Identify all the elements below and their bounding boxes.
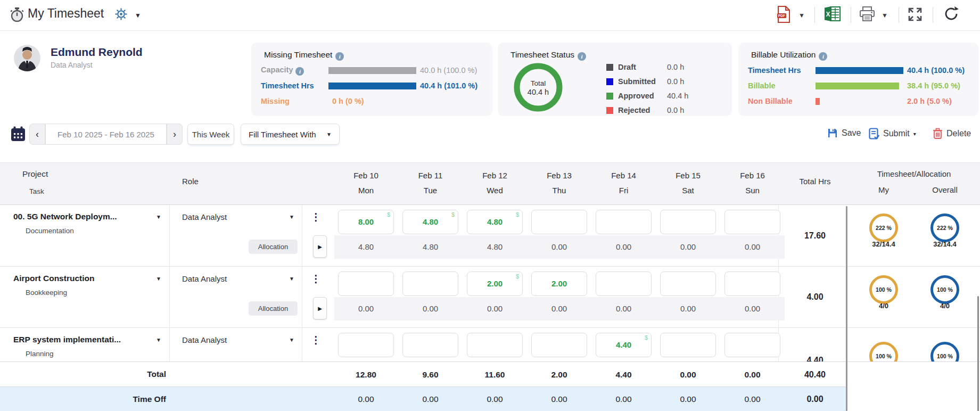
allocation-value: 0.00 xyxy=(720,304,785,313)
column-divider xyxy=(169,267,170,327)
hours-input[interactable]: 4.80$ xyxy=(402,210,458,234)
billable-utilization-panel: Billable Utilizationi Timesheet Hrs40.4 … xyxy=(738,43,978,116)
project-select-caret-icon[interactable]: ▼ xyxy=(156,214,161,220)
missing-label-text: Timesheet Hrs xyxy=(261,81,314,90)
hours-input[interactable] xyxy=(467,333,523,357)
role-select-caret-icon[interactable]: ▼ xyxy=(289,276,294,282)
footer-day-value: 2.00 xyxy=(527,370,591,380)
hours-input[interactable]: 8.00$ xyxy=(338,210,394,234)
hours-input[interactable] xyxy=(724,210,780,234)
hours-input[interactable] xyxy=(531,210,587,234)
role-select-caret-icon[interactable]: ▼ xyxy=(289,337,294,343)
col-my: My xyxy=(852,185,916,194)
role-select[interactable]: Data Analyst xyxy=(182,212,227,221)
row-menu-kebab-icon[interactable]: ⋮ xyxy=(311,212,321,222)
title-dropdown-caret-icon[interactable]: ▼ xyxy=(135,12,141,19)
hours-input[interactable]: 2.00$ xyxy=(467,272,523,296)
status-legend-item: Draft0.0 h xyxy=(606,63,684,71)
allocation-expander-button[interactable]: ▶ xyxy=(313,235,327,258)
day-date: Feb 11 xyxy=(398,171,463,180)
hours-input[interactable] xyxy=(724,272,780,296)
avatar xyxy=(14,45,40,73)
hours-input[interactable] xyxy=(724,333,780,357)
overall-utilization-ring: 100 % xyxy=(930,275,959,304)
export-excel-icon[interactable]: X xyxy=(824,6,841,24)
legend-swatch xyxy=(606,64,613,71)
column-divider xyxy=(302,205,302,266)
status-donut-chart: Total40.4 h xyxy=(510,60,566,117)
hours-input[interactable] xyxy=(660,333,716,357)
day-header-mon: Feb 10Mon xyxy=(334,163,398,206)
hours-input[interactable] xyxy=(338,272,394,296)
hours-input[interactable] xyxy=(660,210,716,234)
my-utilization-ring: 100 % xyxy=(869,342,898,361)
hours-value: 4.40 xyxy=(596,340,651,349)
hours-input[interactable] xyxy=(596,272,652,296)
missing-row: Capacityi40.0 h (100.0 %) xyxy=(261,66,477,75)
submit-button[interactable]: Submit ▾ xyxy=(869,128,916,139)
delete-button[interactable]: Delete xyxy=(933,128,971,139)
pdf-dropdown-caret-icon[interactable]: ▼ xyxy=(798,12,805,19)
prev-week-button[interactable]: ‹ xyxy=(29,124,45,145)
hours-input[interactable]: 4.80$ xyxy=(467,210,523,234)
role-select[interactable]: Data Analyst xyxy=(182,274,227,283)
settings-gear-icon[interactable] xyxy=(114,7,128,23)
svg-text:40.4 h: 40.4 h xyxy=(528,88,549,96)
missing-row: Missing0 h (0 %) xyxy=(261,97,364,105)
refresh-icon[interactable] xyxy=(943,6,959,24)
info-icon[interactable]: i xyxy=(819,52,827,61)
save-button[interactable]: Save xyxy=(827,128,861,138)
fill-timesheet-dropdown[interactable]: Fill Timesheet With ▼ xyxy=(241,124,340,145)
hours-input[interactable]: 4.40$ xyxy=(596,333,652,357)
hours-input[interactable] xyxy=(338,333,394,357)
table-header: Project Task Role Feb 10MonFeb 11TueFeb … xyxy=(0,162,980,205)
overall-utilization-fraction: 32/14.4 xyxy=(921,240,969,248)
table-vertical-scrollbar[interactable] xyxy=(846,206,847,411)
submit-dropdown-caret-icon: ▾ xyxy=(913,131,916,137)
row-menu-kebab-icon[interactable]: ⋮ xyxy=(311,335,321,345)
page-vertical-scrollbar[interactable] xyxy=(977,296,979,411)
footer-day-value: 0.00 xyxy=(591,394,656,404)
billable-row: Billable38.4 h (95.0 %) xyxy=(748,81,960,90)
date-range-field[interactable]: Feb 10 2025 - Feb 16 2025 xyxy=(45,124,167,145)
legend-label: Draft xyxy=(618,63,667,71)
allocation-expander-button[interactable]: ▶ xyxy=(313,297,327,319)
my-utilization-ring: 222 % xyxy=(869,213,898,242)
print-dropdown-caret-icon[interactable]: ▼ xyxy=(882,12,888,19)
allocation-value: 0.00 xyxy=(527,304,591,313)
allocation-value: 0.00 xyxy=(591,304,656,313)
row-menu-kebab-icon[interactable]: ⋮ xyxy=(311,274,321,284)
this-week-button[interactable]: This Week xyxy=(187,124,234,145)
hours-input[interactable] xyxy=(596,210,652,234)
calendar-icon[interactable] xyxy=(11,126,26,144)
role-select[interactable]: Data Analyst xyxy=(182,335,227,344)
legend-label: Approved xyxy=(618,92,667,100)
next-week-button[interactable]: › xyxy=(167,124,183,145)
hours-input[interactable]: 2.00 xyxy=(531,272,587,296)
info-icon[interactable]: i xyxy=(578,52,586,61)
info-icon[interactable]: i xyxy=(335,52,344,61)
hours-input[interactable] xyxy=(531,333,587,357)
role-select-caret-icon[interactable]: ▼ xyxy=(289,214,294,220)
hours-input[interactable] xyxy=(660,272,716,296)
info-icon[interactable]: i xyxy=(295,67,304,76)
print-icon[interactable] xyxy=(859,6,875,24)
billable-row: Non Billable2.0 h (5.0 %) xyxy=(748,97,952,105)
svg-text:Total: Total xyxy=(531,79,546,87)
export-pdf-icon[interactable]: PDF xyxy=(777,6,790,25)
user-name: Edmund Reynold xyxy=(51,46,143,59)
top-bar: My Timesheet ▼ PDF ▼ X ▼ xyxy=(0,0,980,31)
billable-bar xyxy=(816,67,903,74)
day-header-sat: Feb 15Sat xyxy=(656,163,720,206)
project-select-caret-icon[interactable]: ▼ xyxy=(156,276,161,282)
billable-label: Billable xyxy=(748,81,816,90)
allocation-chip: Allocation xyxy=(249,240,298,254)
project-select-caret-icon[interactable]: ▼ xyxy=(156,337,161,343)
legend-label: Submitted xyxy=(618,77,667,86)
allocation-value: 0.00 xyxy=(463,304,527,313)
day-header-fri: Feb 14Fri xyxy=(591,163,656,206)
footer-day-value: 4.40 xyxy=(591,370,656,380)
hours-input[interactable] xyxy=(402,333,458,357)
fullscreen-icon[interactable] xyxy=(908,7,923,24)
hours-input[interactable] xyxy=(402,272,458,296)
